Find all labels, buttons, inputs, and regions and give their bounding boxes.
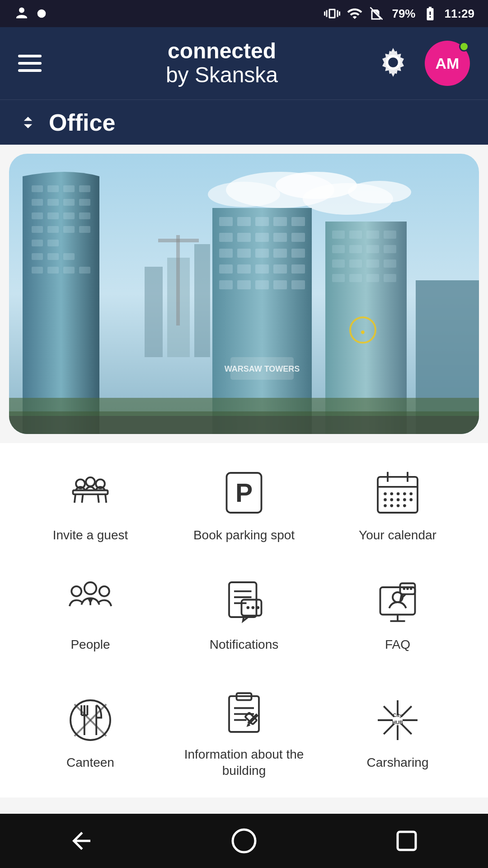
svg-rect-31 <box>32 253 43 260</box>
menu-item-canteen[interactable]: Canteen <box>18 671 163 788</box>
svg-rect-24 <box>79 212 90 219</box>
office-name: Office <box>49 109 115 136</box>
building-hero-image: WARSAW TOWERS ● <box>9 154 479 434</box>
svg-rect-32 <box>47 253 59 260</box>
battery-charging-icon <box>422 5 438 22</box>
svg-rect-37 <box>79 267 90 274</box>
svg-rect-77 <box>366 259 379 268</box>
svg-rect-43 <box>291 217 305 226</box>
svg-rect-55 <box>237 264 251 274</box>
svg-rect-40 <box>237 217 251 226</box>
menu-item-invite-guest[interactable]: Invite a guest <box>18 452 163 552</box>
svg-rect-36 <box>63 267 75 274</box>
svg-rect-35 <box>47 267 59 274</box>
svg-rect-12 <box>194 244 210 357</box>
app-title-line1: connected <box>55 39 389 63</box>
menu-item-info-building[interactable]: Information about the building <box>172 671 316 788</box>
book-parking-label: Book parking spot <box>193 527 295 543</box>
info-building-label: Information about the building <box>181 746 307 779</box>
svg-rect-41 <box>255 217 269 226</box>
book-parking-icon: P <box>217 466 271 520</box>
svg-rect-14 <box>47 185 59 192</box>
svg-rect-63 <box>291 280 305 289</box>
vibration-icon <box>324 5 340 22</box>
dot-icon <box>35 7 48 20</box>
svg-point-166 <box>233 830 255 852</box>
menu-grid: Invite a guest P Book parking spot <box>0 443 488 797</box>
your-calendar-label: Your calendar <box>359 527 436 543</box>
svg-point-136 <box>410 588 413 590</box>
svg-point-119 <box>84 582 96 594</box>
svg-point-120 <box>71 586 81 596</box>
back-button[interactable] <box>68 827 95 854</box>
wifi-icon <box>347 5 363 22</box>
svg-rect-60 <box>237 280 251 289</box>
svg-rect-42 <box>273 217 287 226</box>
svg-rect-23 <box>63 212 75 219</box>
person-icon <box>14 5 30 22</box>
office-selector[interactable]: Office <box>0 99 488 145</box>
svg-point-111 <box>390 498 394 501</box>
svg-point-129 <box>252 606 255 609</box>
svg-rect-39 <box>219 217 233 226</box>
svg-point-118 <box>403 504 406 507</box>
menu-item-people[interactable]: People <box>18 561 163 662</box>
time-display: 11:29 <box>445 7 475 21</box>
svg-text:●: ● <box>361 327 366 336</box>
canteen-label: Canteen <box>66 755 114 771</box>
svg-text:HUB: HUB <box>392 720 403 725</box>
menu-item-carsharing[interactable]: City HUB Carsharing <box>325 671 470 788</box>
svg-rect-78 <box>384 259 396 268</box>
gear-logo-icon <box>375 44 411 80</box>
svg-rect-52 <box>273 249 287 258</box>
svg-rect-62 <box>273 280 287 289</box>
svg-rect-88 <box>9 416 479 434</box>
avatar-initials: AM <box>436 55 460 72</box>
svg-rect-27 <box>63 226 75 233</box>
svg-rect-61 <box>255 280 269 289</box>
menu-item-your-calendar[interactable]: Your calendar <box>325 452 470 552</box>
svg-rect-167 <box>398 832 416 850</box>
svg-rect-15 <box>63 185 75 192</box>
svg-rect-22 <box>47 212 59 219</box>
svg-rect-50 <box>237 249 251 258</box>
svg-point-130 <box>257 606 260 609</box>
svg-rect-89 <box>176 235 180 326</box>
svg-point-108 <box>403 492 406 495</box>
carsharing-label: Carsharing <box>367 755 429 771</box>
svg-line-95 <box>98 494 99 503</box>
svg-rect-71 <box>332 245 345 253</box>
svg-point-97 <box>86 477 95 486</box>
svg-point-128 <box>247 606 250 609</box>
menu-item-notifications[interactable]: Notifications <box>172 561 316 662</box>
svg-rect-58 <box>291 264 305 274</box>
svg-point-121 <box>99 586 109 596</box>
svg-rect-48 <box>291 233 305 242</box>
svg-point-7 <box>208 182 280 207</box>
svg-text:City: City <box>393 712 403 718</box>
svg-rect-56 <box>255 264 269 274</box>
svg-point-116 <box>390 504 394 507</box>
avatar[interactable]: AM <box>425 41 470 86</box>
svg-rect-16 <box>79 185 90 192</box>
svg-point-110 <box>384 498 387 501</box>
menu-item-faq[interactable]: FAQ <box>325 561 470 662</box>
faq-label: FAQ <box>385 637 410 653</box>
recent-apps-button[interactable] <box>393 827 420 854</box>
notifications-label: Notifications <box>210 637 279 653</box>
app-title: connected by Skanska <box>55 39 389 87</box>
svg-rect-155 <box>245 712 257 724</box>
svg-rect-34 <box>32 267 43 274</box>
chevron-updown-icon <box>18 113 38 132</box>
svg-rect-33 <box>63 253 75 260</box>
menu-item-book-parking[interactable]: P Book parking spot <box>172 452 316 552</box>
svg-rect-29 <box>32 240 43 246</box>
svg-line-94 <box>82 494 83 503</box>
svg-point-105 <box>384 492 387 495</box>
svg-point-112 <box>397 498 400 501</box>
svg-line-92 <box>75 494 75 503</box>
home-button[interactable] <box>230 827 258 854</box>
svg-rect-131 <box>380 587 415 615</box>
svg-line-93 <box>105 494 106 503</box>
hamburger-menu[interactable] <box>18 55 42 72</box>
